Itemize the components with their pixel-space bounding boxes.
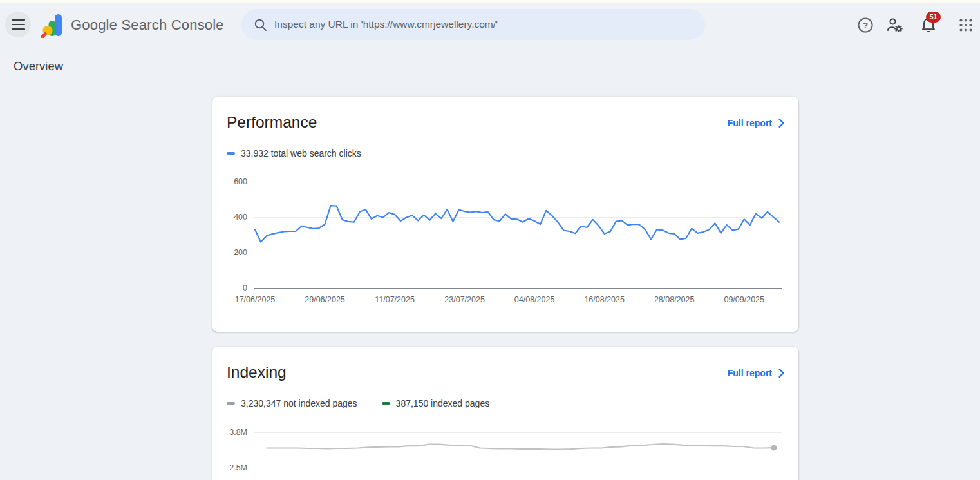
svg-text:04/08/2025: 04/08/2025 — [514, 295, 555, 304]
search-icon — [254, 18, 267, 32]
indexing-chart[interactable]: 3.8M2.5M — [227, 425, 784, 480]
menu-icon[interactable] — [5, 12, 31, 37]
indexing-full-report-link[interactable]: Full report — [728, 368, 784, 378]
notifications-count-badge: 51 — [926, 12, 941, 23]
svg-text:09/09/2025: 09/09/2025 — [724, 295, 764, 304]
legend-item-clicks: 33,932 total web search clicks — [227, 148, 361, 158]
svg-text:3.8M: 3.8M — [229, 428, 247, 437]
chevron-right-icon — [778, 369, 784, 378]
svg-text:11/07/2025: 11/07/2025 — [375, 295, 415, 304]
legend-dash-gray — [227, 402, 235, 405]
legend-dash-green — [382, 402, 390, 405]
manage-users-icon[interactable] — [881, 11, 909, 39]
indexing-card-title: Indexing — [227, 363, 287, 381]
legend-dash-blue — [227, 152, 235, 155]
svg-text:29/06/2025: 29/06/2025 — [305, 295, 345, 304]
notifications-icon[interactable]: 51 — [914, 11, 943, 39]
svg-text:2.5M: 2.5M — [229, 463, 247, 472]
performance-card-title: Performance — [227, 113, 317, 131]
svg-text:200: 200 — [234, 248, 247, 257]
legend-item-not-indexed: 3,230,347 not indexed pages — [227, 398, 357, 408]
url-inspect-searchbar[interactable] — [241, 9, 705, 40]
app-logo[interactable]: Google Search Console — [41, 12, 224, 38]
performance-legend: 33,932 total web search clicks — [227, 148, 386, 158]
app-header: Google Search Console ? — [0, 3, 980, 48]
indexing-card: Indexing Full report 3,230,347 not index… — [212, 347, 798, 480]
url-inspect-input[interactable] — [274, 19, 697, 30]
performance-chart[interactable]: 600400200017/06/202529/06/202511/07/2025… — [227, 175, 784, 307]
svg-text:16/08/2025: 16/08/2025 — [584, 295, 625, 304]
performance-card: Performance Full report 33,932 total web… — [212, 97, 798, 332]
page-bar: Overview — [0, 48, 980, 84]
performance-full-report-link[interactable]: Full report — [728, 118, 784, 128]
chevron-right-icon — [778, 119, 784, 128]
apps-grid-icon[interactable] — [952, 11, 980, 39]
svg-text:400: 400 — [234, 213, 247, 222]
svg-text:17/06/2025: 17/06/2025 — [235, 295, 276, 304]
svg-text:600: 600 — [234, 177, 247, 186]
svg-text:23/07/2025: 23/07/2025 — [444, 295, 485, 304]
legend-item-indexed: 387,150 indexed pages — [382, 398, 490, 408]
page-title: Overview — [14, 59, 63, 73]
svg-text:?: ? — [863, 21, 868, 30]
product-name: Google Search Console — [71, 17, 224, 34]
indexing-legend: 3,230,347 not indexed pages 387,150 inde… — [227, 398, 514, 408]
svg-text:0: 0 — [243, 283, 247, 293]
search-console-logo-icon — [41, 12, 64, 38]
help-icon[interactable]: ? — [851, 11, 880, 39]
svg-text:28/08/2025: 28/08/2025 — [654, 295, 695, 304]
